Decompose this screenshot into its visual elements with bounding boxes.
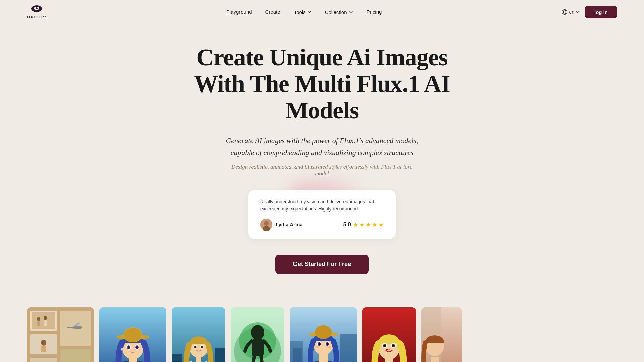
svg-point-19 [41,340,46,346]
svg-point-80 [384,345,386,347]
get-started-button[interactable]: Get Started For Free [275,255,369,274]
review-footer: Lydia Anna 5.0 ★ ★ ★ ★ ★ [260,219,384,231]
svg-rect-23 [30,358,57,362]
svg-point-14 [37,317,40,321]
svg-point-48 [195,346,196,348]
svg-point-73 [315,346,319,348]
chevron-down-icon [348,10,353,14]
navbar: FLUX AI Lab Playground Create Tools Coll… [0,0,644,24]
star-5: ★ [378,221,384,228]
nav-right: en log in [561,6,617,18]
hero-subtitle: Generate AI images with the power of Flu… [218,135,426,158]
gallery-item-3 [172,307,225,362]
svg-rect-42 [215,348,225,362]
svg-point-72 [327,343,328,345]
gallery-image-4 [231,307,284,362]
gallery-item-1 [27,307,94,362]
svg-point-38 [136,346,138,349]
nav-item-collection[interactable]: Collection [325,9,353,15]
gallery-image-7 [421,307,462,362]
nav-link-pricing[interactable]: Pricing [367,9,382,15]
hero-sub2: Design realistic, animated, and illustra… [228,164,416,177]
gallery-item-6 [362,307,416,362]
image-gallery [0,307,644,362]
svg-point-35 [128,346,130,349]
login-button[interactable]: log in [585,6,617,18]
review-text: Really understood my vision and delivere… [260,198,384,213]
nav-link-playground[interactable]: Playground [226,9,252,15]
logo[interactable]: FLUX AI Lab [27,5,47,19]
nav-dropdown-collection[interactable]: Collection [325,9,353,15]
svg-point-32 [124,328,142,342]
rating-score: 5.0 [343,222,351,228]
hero-section: Create Unique Ai Images With The Multi F… [0,24,644,307]
chevron-down-icon [576,10,580,14]
svg-rect-87 [431,357,439,362]
svg-point-83 [392,345,394,347]
svg-point-55 [251,325,264,340]
language-label: en [569,9,574,15]
svg-point-39 [121,348,123,351]
language-selector[interactable]: en [561,9,580,15]
gallery-item-4 [231,307,284,362]
gallery-image-6 [362,307,416,362]
nav-item-playground[interactable]: Playground [226,9,252,15]
gallery-item-5 [290,307,357,362]
svg-rect-15 [37,321,40,326]
decorative-blob [288,180,356,200]
gallery-item-7 [421,307,462,362]
nav-item-create[interactable]: Create [265,9,280,15]
gallery-item-2 [99,307,166,362]
svg-point-51 [201,346,203,348]
chevron-down-icon [307,10,312,14]
svg-point-84 [386,349,388,350]
gallery-image-1 [27,307,94,362]
svg-rect-56 [252,339,264,356]
gallery-image-5 [290,307,357,362]
svg-rect-22 [60,349,91,362]
logo-text: FLUX AI Lab [27,15,47,19]
review-rating: 5.0 ★ ★ ★ ★ ★ [343,221,384,228]
star-3: ★ [366,221,371,228]
star-4: ★ [372,221,377,228]
svg-rect-41 [172,354,182,362]
gallery-image-2 [99,307,166,362]
hero-title: Create Unique Ai Images With The Multi F… [171,44,473,124]
nav-dropdown-tools[interactable]: Tools [294,9,312,15]
nav-item-pricing[interactable]: Pricing [367,9,382,15]
globe-icon [561,9,568,15]
svg-rect-17 [44,320,47,326]
svg-point-9 [264,221,269,226]
gallery-image-3 [172,307,225,362]
review-card: Really understood my vision and delivere… [248,190,396,239]
svg-point-74 [327,346,331,348]
avatar-image [260,219,272,231]
reviewer-avatar [260,219,272,231]
nav-item-tools[interactable]: Tools [294,9,312,15]
reviewer-info: Lydia Anna [260,219,303,231]
star-1: ★ [353,221,358,228]
svg-point-2 [36,7,38,9]
star-2: ★ [359,221,365,228]
nav-links: Playground Create Tools Collection Prici… [226,9,382,15]
svg-point-69 [319,343,320,345]
nav-link-create[interactable]: Create [265,9,280,15]
svg-rect-60 [293,348,302,362]
svg-rect-20 [41,346,46,352]
reviewer-name: Lydia Anna [276,222,303,227]
logo-icon [31,5,43,15]
svg-point-66 [315,325,332,339]
svg-point-16 [44,316,47,320]
star-rating: ★ ★ ★ ★ ★ [353,221,384,228]
svg-rect-59 [340,334,357,362]
